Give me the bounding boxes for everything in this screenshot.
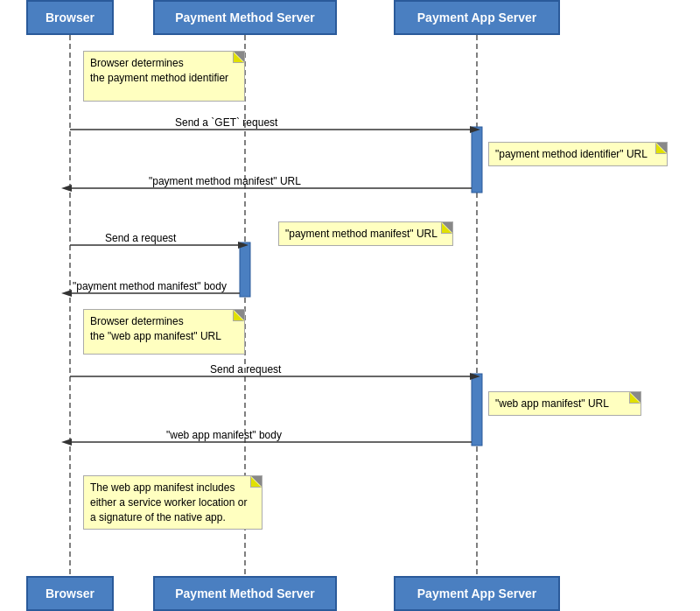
note-browser-determines-web-app-manifest: Browser determinesthe "web app manifest"…	[83, 309, 245, 355]
note-web-app-manifest-url: "web app manifest" URL	[488, 391, 641, 416]
arrow5-label: Send a request	[210, 363, 281, 376]
browser-actor-bottom: Browser	[26, 576, 114, 611]
note-web-app-manifest-includes: The web app manifest includeseither a se…	[83, 475, 262, 530]
svg-marker-17	[61, 439, 72, 446]
svg-marker-11	[238, 242, 248, 249]
arrow1-label: Send a `GET` request	[175, 116, 277, 129]
svg-rect-5	[472, 374, 482, 446]
payment-method-server-actor-bottom: Payment Method Server	[153, 576, 337, 611]
sequence-diagram: Browser Payment Method Server Payment Ap…	[0, 0, 700, 611]
svg-marker-15	[470, 373, 480, 380]
note-payment-method-identifier-url: "payment method identifier" URL	[488, 142, 668, 166]
payment-method-server-actor-top: Payment Method Server	[153, 0, 337, 35]
note-payment-method-manifest-url: "payment method manifest" URL	[278, 221, 453, 246]
svg-marker-7	[470, 126, 480, 133]
svg-marker-13	[61, 290, 72, 297]
arrow3-label: Send a request	[105, 232, 176, 244]
note-browser-determines-payment-method: Browser determinesthe payment method ide…	[83, 51, 245, 102]
arrow2-label: "payment method manifest" URL	[149, 175, 301, 187]
browser-actor-top: Browser	[26, 0, 114, 35]
svg-rect-3	[472, 127, 482, 193]
svg-marker-9	[61, 185, 72, 192]
svg-rect-4	[240, 242, 250, 297]
arrow4-label: "payment method manifest" body	[73, 280, 227, 292]
arrow6-label: "web app manifest" body	[166, 429, 282, 441]
payment-app-server-actor-bottom: Payment App Server	[394, 576, 560, 611]
payment-app-server-actor-top: Payment App Server	[394, 0, 560, 35]
